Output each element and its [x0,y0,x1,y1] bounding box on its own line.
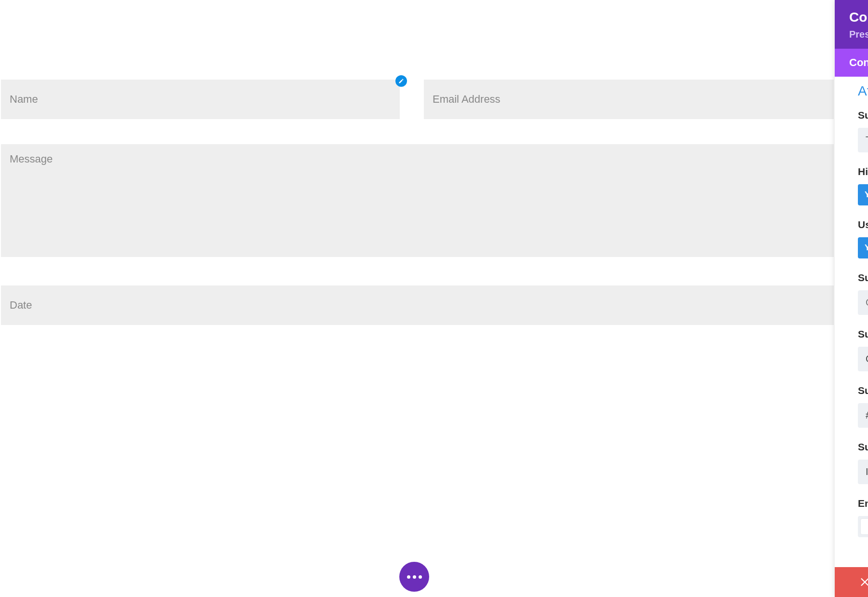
panel-body[interactable]: After Submission Behavior Success Messag… [835,77,868,567]
tab-content[interactable]: Content [835,49,868,77]
settings-tabs: Content Design Advanced [835,49,868,77]
panel-header: Contact Form Settings Preset: Default [835,0,868,49]
success-message-label: Success Message [858,109,868,121]
panel-title: Contact Form Settings [849,10,868,25]
module-edit-badge[interactable] [395,75,407,87]
use-success-button-toggle[interactable]: YES [858,237,868,258]
close-icon [859,576,868,588]
ellipsis-horizontal-icon [407,575,422,579]
hide-form-title-toggle[interactable]: YES [858,184,868,205]
preset-label: Preset: Default [849,29,868,40]
hide-form-title-label: Hide Form Title [858,166,868,177]
panel-footer [835,567,868,597]
enable-redirect-label: Enable Redirect URL [858,498,868,509]
message-field[interactable] [1,144,834,257]
page-actions-fab[interactable] [399,562,429,592]
link-target-select[interactable]: In The Same Tab [858,460,868,484]
link-type-label: Success Button Link Type [858,328,868,340]
name-field[interactable] [1,80,400,119]
pencil-icon [398,78,404,84]
date-field[interactable] [1,285,834,325]
button-text-input[interactable] [858,290,868,315]
use-success-button-label: Use Success Button [858,219,868,231]
custom-url-input[interactable] [858,403,868,428]
custom-url-label: Success Button Custom URL [858,385,868,396]
settings-panel: Contact Form Settings Preset: Default Co… [835,0,868,597]
page-canvas [0,0,835,597]
link-target-label: Success Button Link Target [858,441,868,453]
email-field[interactable] [424,80,834,119]
success-message-input[interactable] [858,128,868,152]
preset-selector[interactable]: Preset: Default [849,29,868,40]
section-title[interactable]: After Submission Behavior [858,83,868,99]
enable-redirect-toggle[interactable]: NO [858,516,868,537]
link-type-select[interactable]: Custom URL [858,347,868,371]
cancel-button[interactable] [835,567,868,597]
button-text-label: Success Button Custom Text [858,272,868,284]
